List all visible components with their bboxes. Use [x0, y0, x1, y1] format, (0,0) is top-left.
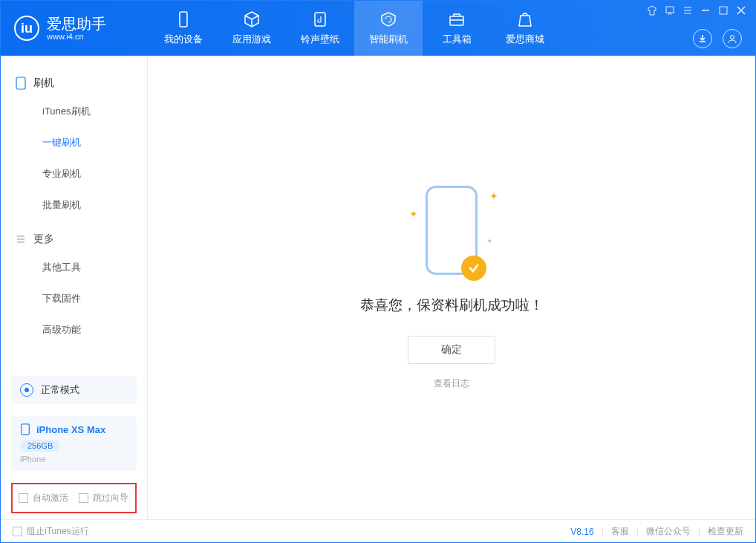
footer-link-support[interactable]: 客服 — [611, 525, 629, 538]
skin-icon[interactable] — [647, 5, 657, 16]
list-icon — [16, 234, 26, 244]
nav-tabs: 我的设备 应用游戏 铃声壁纸 智能刷机 工具箱 爱思商城 — [149, 1, 559, 56]
mode-card[interactable]: 正常模式 — [11, 376, 137, 404]
sidebar-item-pro-flash[interactable]: 专业刷机 — [1, 158, 147, 189]
checkbox-block-itunes[interactable]: 阻止iTunes运行 — [13, 525, 89, 538]
user-button[interactable] — [723, 29, 742, 48]
feedback-icon[interactable] — [665, 5, 675, 16]
ok-button[interactable]: 确定 — [408, 336, 495, 364]
close-icon[interactable] — [736, 5, 746, 16]
sidebar-item-oneclick-flash[interactable]: 一键刷机 — [1, 127, 147, 158]
nav-tab-smart-flash[interactable]: 智能刷机 — [354, 1, 423, 56]
success-illustration: ✦ ✦ ✦ — [426, 186, 478, 275]
app-header: iu 爱思助手 www.i4.cn 我的设备 应用游戏 铃声壁纸 智能刷机 工具… — [1, 1, 755, 56]
checkbox-skip-wizard[interactable]: 跳过向导 — [79, 492, 128, 504]
version-label: V8.16 — [570, 527, 593, 537]
checkmark-icon — [461, 256, 486, 281]
footer-link-wechat[interactable]: 微信公众号 — [646, 525, 691, 538]
sidebar-item-other-tools[interactable]: 其他工具 — [1, 252, 147, 283]
app-name: 爱思助手 — [47, 16, 106, 32]
nav-tab-my-device[interactable]: 我的设备 — [149, 1, 218, 56]
download-button[interactable] — [693, 29, 712, 48]
refresh-icon — [379, 10, 397, 28]
sidebar-item-download-firmware[interactable]: 下载固件 — [1, 283, 147, 314]
app-logo: iu 爱思助手 www.i4.cn — [1, 1, 149, 56]
nav-tab-store[interactable]: 爱思商城 — [491, 1, 559, 56]
view-log-link[interactable]: 查看日志 — [434, 377, 469, 390]
sparkle-icon: ✦ — [409, 208, 418, 220]
device-phone-icon — [20, 423, 30, 435]
success-message: 恭喜您，保资料刷机成功啦！ — [360, 296, 544, 315]
window-controls — [647, 5, 746, 16]
download-icon — [697, 33, 708, 44]
maximize-icon[interactable] — [718, 5, 729, 16]
sparkle-icon: ✦ — [489, 190, 498, 202]
sidebar-section-flash: 刷机 — [1, 71, 147, 96]
footer-link-update[interactable]: 检查更新 — [708, 525, 743, 538]
logo-icon: iu — [14, 16, 39, 41]
highlighted-options: 自动激活 跳过向导 — [11, 483, 137, 513]
user-icon — [727, 33, 737, 44]
app-body: 刷机 iTunes刷机 一键刷机 专业刷机 批量刷机 更多 其他工具 下载固件 … — [1, 56, 755, 519]
device-type: iPhone — [20, 455, 128, 464]
music-icon — [311, 10, 329, 28]
mode-icon — [20, 383, 33, 397]
header-actions — [693, 29, 742, 48]
footer: 阻止iTunes运行 V8.16 | 客服 | 微信公众号 | 检查更新 — [1, 519, 755, 543]
svg-rect-2 — [450, 16, 463, 25]
sidebar-section-more: 更多 — [1, 227, 147, 252]
svg-rect-4 — [720, 7, 727, 14]
store-icon — [516, 10, 534, 28]
checkbox-box-icon — [19, 493, 28, 503]
footer-right: V8.16 | 客服 | 微信公众号 | 检查更新 — [570, 525, 743, 538]
nav-tab-apps-games[interactable]: 应用游戏 — [218, 1, 286, 56]
sidebar-item-itunes-flash[interactable]: iTunes刷机 — [1, 96, 147, 127]
toolbox-icon — [448, 10, 466, 28]
minimize-icon[interactable] — [700, 5, 711, 16]
device-name: iPhone XS Max — [20, 423, 128, 435]
svg-point-5 — [731, 36, 734, 39]
sidebar-item-batch-flash[interactable]: 批量刷机 — [1, 189, 147, 221]
menu-icon[interactable] — [682, 5, 693, 16]
svg-rect-0 — [180, 12, 187, 27]
svg-rect-1 — [315, 13, 325, 26]
checkbox-box-icon — [79, 493, 88, 503]
svg-rect-3 — [666, 7, 674, 13]
svg-rect-6 — [16, 77, 25, 89]
nav-tab-ringtones[interactable]: 铃声壁纸 — [286, 1, 354, 56]
sidebar: 刷机 iTunes刷机 一键刷机 专业刷机 批量刷机 更多 其他工具 下载固件 … — [1, 56, 148, 519]
device-storage-badge: 256GB — [20, 440, 60, 452]
app-url: www.i4.cn — [47, 32, 106, 41]
device-icon — [175, 10, 192, 28]
sidebar-item-advanced[interactable]: 高级功能 — [1, 314, 147, 345]
sparkle-icon: ✦ — [486, 237, 492, 245]
device-card[interactable]: iPhone XS Max 256GB iPhone — [11, 416, 137, 471]
cube-icon — [243, 10, 261, 28]
checkbox-box-icon — [13, 527, 22, 536]
checkbox-auto-activate[interactable]: 自动激活 — [19, 492, 68, 504]
nav-tab-toolbox[interactable]: 工具箱 — [423, 1, 491, 56]
mode-label: 正常模式 — [41, 383, 79, 397]
main-content: ✦ ✦ ✦ 恭喜您，保资料刷机成功啦！ 确定 查看日志 — [148, 56, 755, 519]
svg-rect-7 — [22, 424, 30, 435]
phone-icon — [16, 77, 26, 90]
